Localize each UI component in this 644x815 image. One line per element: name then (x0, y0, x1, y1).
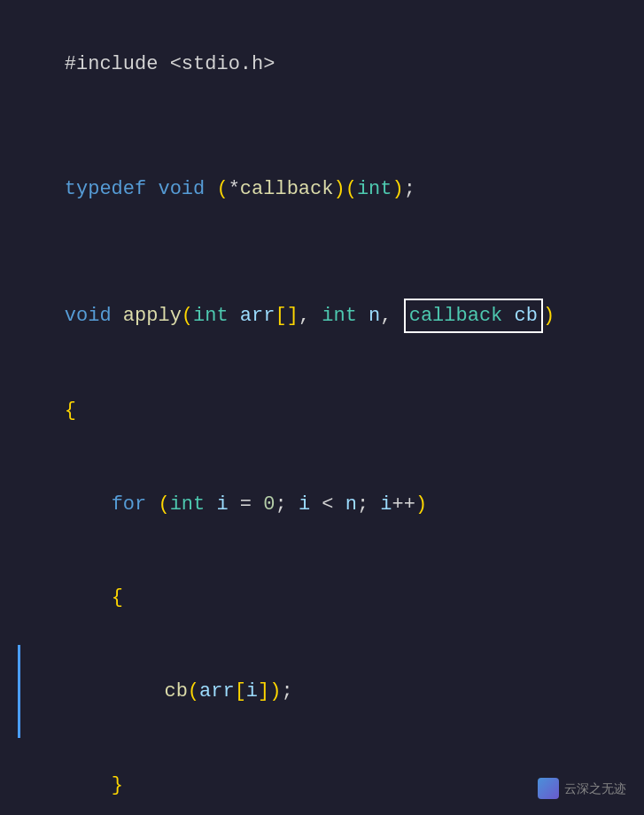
code-line-1: #include <stdio.h> (18, 18, 626, 112)
code-line-6: { (18, 364, 626, 458)
code-line-9: cb(arr[i]); (18, 645, 626, 739)
code-line-3: typedef void (*callback)(int); (18, 143, 626, 237)
code-line-10: } (18, 738, 626, 815)
watermark-icon (538, 778, 559, 799)
code-line-4 (18, 236, 626, 267)
code-line-5: void apply(int arr[], int n, callback cb… (18, 268, 626, 365)
code-line-2 (18, 112, 626, 143)
code-line-8: { (18, 551, 626, 645)
watermark: 云深之无迹 (538, 778, 626, 799)
code-line-7: for (int i = 0; i < n; i++) (18, 458, 626, 552)
watermark-text: 云深之无迹 (564, 779, 626, 798)
code-container: #include <stdio.h> typedef void (*callba… (0, 0, 644, 815)
